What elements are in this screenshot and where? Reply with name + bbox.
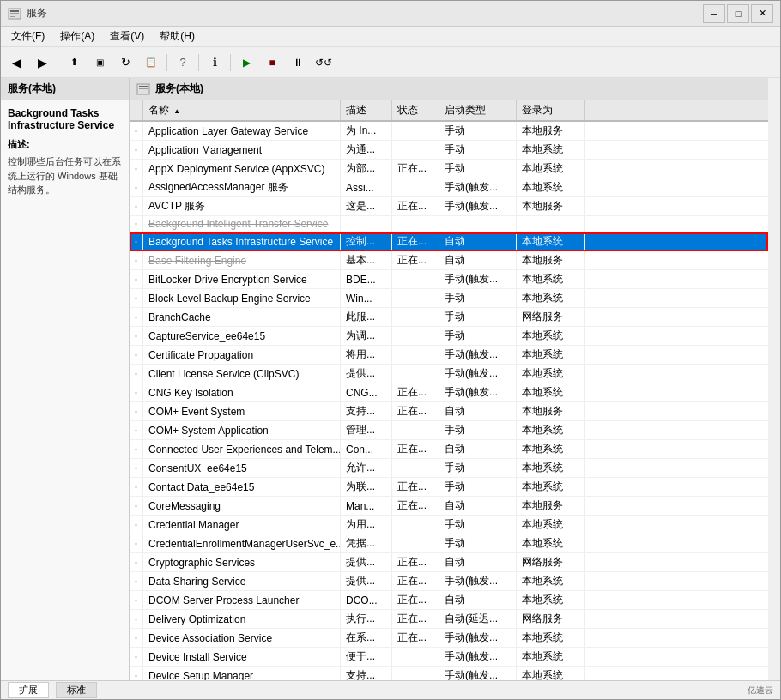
service-startup-cell: 自动	[439, 591, 517, 609]
col-header-name[interactable]: 名称 ▲	[143, 100, 341, 120]
table-row[interactable]: Device Setup Manager支持...手动(触发...本地系统	[130, 667, 768, 680]
service-desc-cell: 便于...	[341, 648, 392, 666]
table-row[interactable]: Application Layer Gateway Service为 In...…	[130, 122, 768, 141]
table-row[interactable]: Device Association Service在系...正在...手动(触…	[130, 629, 768, 648]
table-row[interactable]: BitLocker Drive Encryption ServiceBDE...…	[130, 270, 768, 289]
service-desc-cell: 提供...	[341, 553, 392, 571]
service-login-cell: 本地系统	[517, 572, 585, 590]
service-login-cell: 本地服务	[517, 251, 585, 269]
stop-button[interactable]: ■	[260, 51, 284, 74]
service-status-cell: 正在...	[392, 197, 439, 215]
maximize-button[interactable]: □	[727, 4, 749, 23]
col-header-status[interactable]: 状态	[392, 100, 439, 120]
table-row[interactable]: Data Sharing Service提供...正在...手动(触发...本地…	[130, 572, 768, 591]
scrollbar[interactable]	[768, 78, 780, 680]
forward-button[interactable]: ▶	[30, 51, 54, 74]
close-button[interactable]: ✕	[751, 4, 773, 23]
toolbar: ◀ ▶ ⬆ ▣ ↻ 📋 ? ℹ ▶ ■ ⏸ ↺↺	[1, 47, 780, 78]
service-name-cell: Block Level Backup Engine Service	[143, 289, 341, 307]
col-header-icon[interactable]	[130, 100, 143, 120]
service-icon-cell	[130, 232, 143, 250]
service-name-cell: Delivery Optimization	[143, 610, 341, 628]
play-button[interactable]: ▶	[234, 51, 258, 74]
table-row[interactable]: Block Level Backup Engine ServiceWin...手…	[130, 289, 768, 308]
service-icon-cell	[130, 421, 143, 439]
table-row[interactable]: Application Management为通...手动本地系统	[130, 141, 768, 160]
tab-standard[interactable]: 标准	[56, 682, 97, 698]
service-login-cell: 本地系统	[517, 289, 585, 307]
service-name-cell: Device Setup Manager	[143, 667, 341, 680]
table-row[interactable]: Connected User Experiences and Telem...C…	[130, 440, 768, 459]
table-row[interactable]: DCOM Server Process LauncherDCO...正在...自…	[130, 591, 768, 610]
service-status-cell: 正在...	[392, 497, 439, 515]
properties-button[interactable]: ℹ	[203, 51, 227, 74]
service-startup-cell: 手动	[439, 141, 517, 159]
service-startup-cell: 手动	[439, 122, 517, 140]
table-row[interactable]: Background Intelligent Transfer Service	[130, 216, 768, 232]
service-name-cell: Device Install Service	[143, 648, 341, 666]
table-row[interactable]: Background Tasks Infrastructure Service控…	[130, 232, 768, 251]
service-login-cell: 本地系统	[517, 534, 585, 552]
table-row[interactable]: Contact Data_ee64e15为联...正在...手动本地系统	[130, 478, 768, 497]
service-startup-cell: 手动(触发...	[439, 178, 517, 196]
service-login-cell: 本地服务	[517, 122, 585, 140]
service-startup-cell: 手动(触发...	[439, 629, 517, 647]
service-desc-cell	[341, 216, 392, 232]
col-header-login[interactable]: 登录为	[517, 100, 585, 120]
table-row[interactable]: Device Install Service便于...手动(触发...本地系统	[130, 648, 768, 667]
table-row[interactable]: AppX Deployment Service (AppXSVC)为部...正在…	[130, 160, 768, 178]
service-status-cell: 正在...	[392, 251, 439, 269]
service-status-cell: 正在...	[392, 440, 439, 458]
service-desc-cell: Win...	[341, 289, 392, 307]
table-row[interactable]: CoreMessagingMan...正在...自动本地服务	[130, 497, 768, 516]
refresh-button[interactable]: ↻	[113, 51, 137, 74]
service-status-cell	[392, 178, 439, 196]
watermark: 亿速云	[748, 685, 773, 697]
table-row[interactable]: Credential Manager为用...手动本地系统	[130, 516, 768, 534]
table-row[interactable]: CredentialEnrollmentManagerUserSvc_e...凭…	[130, 534, 768, 553]
table-row[interactable]: AssignedAccessManager 服务Assi...手动(触发...本…	[130, 178, 768, 197]
minimize-button[interactable]: ─	[703, 4, 725, 23]
table-row[interactable]: Client License Service (ClipSVC)提供...手动(…	[130, 365, 768, 383]
services-table[interactable]: 名称 ▲ 描述 状态 启动类型 登录为 Application Layer Ga…	[130, 100, 768, 680]
table-row[interactable]: CNG Key IsolationCNG...正在...手动(触发...本地系统	[130, 383, 768, 402]
service-desc-cell: 为调...	[341, 327, 392, 345]
col-header-desc[interactable]: 描述	[341, 100, 392, 120]
table-row[interactable]: COM+ Event System支持...正在...自动本地服务	[130, 402, 768, 421]
service-icon-cell	[130, 667, 143, 680]
pause-button[interactable]: ⏸	[286, 51, 310, 74]
menu-action[interactable]: 操作(A)	[53, 27, 101, 45]
show-hide-console-button[interactable]: ▣	[88, 51, 112, 74]
menu-help[interactable]: 帮助(H)	[153, 27, 202, 45]
table-row[interactable]: BranchCache此服...手动网络服务	[130, 308, 768, 327]
service-name-cell: COM+ Event System	[143, 402, 341, 420]
restart-button[interactable]: ↺↺	[312, 51, 336, 74]
service-status-cell	[392, 141, 439, 159]
table-row[interactable]: ConsentUX_ee64e15允许...手动本地系统	[130, 459, 768, 478]
service-login-cell: 本地系统	[517, 459, 585, 477]
table-row[interactable]: AVCTP 服务这是...正在...手动(触发...本地服务	[130, 197, 768, 216]
table-row[interactable]: Delivery Optimization执行...正在...自动(延迟...网…	[130, 610, 768, 629]
back-button[interactable]: ◀	[4, 51, 28, 74]
table-row[interactable]: Base Filtering Engine基本...正在...自动本地服务	[130, 251, 768, 270]
export-button[interactable]: 📋	[139, 51, 163, 74]
table-row[interactable]: COM+ System Application管理...手动本地系统	[130, 421, 768, 440]
service-icon-cell	[130, 459, 143, 477]
service-login-cell: 本地系统	[517, 327, 585, 345]
table-row[interactable]: CaptureService_ee64e15为调...手动本地系统	[130, 327, 768, 346]
service-desc-cell: Assi...	[341, 178, 392, 196]
panel-title: 服务(本地)	[155, 81, 203, 96]
menu-file[interactable]: 文件(F)	[4, 27, 51, 45]
table-row[interactable]: Cryptographic Services提供...正在...自动网络服务	[130, 553, 768, 572]
col-header-startup[interactable]: 启动类型	[439, 100, 517, 120]
help-button[interactable]: ?	[171, 51, 195, 74]
tab-expand[interactable]: 扩展	[8, 682, 49, 698]
table-row[interactable]: Certificate Propagation将用...手动(触发...本地系统	[130, 346, 768, 365]
service-name-cell: CaptureService_ee64e15	[143, 327, 341, 345]
service-login-cell: 本地系统	[517, 440, 585, 458]
service-login-cell	[517, 216, 585, 232]
service-icon-cell	[130, 327, 143, 345]
panel-icon	[136, 82, 150, 96]
up-button[interactable]: ⬆	[62, 51, 86, 74]
menu-view[interactable]: 查看(V)	[103, 27, 151, 45]
